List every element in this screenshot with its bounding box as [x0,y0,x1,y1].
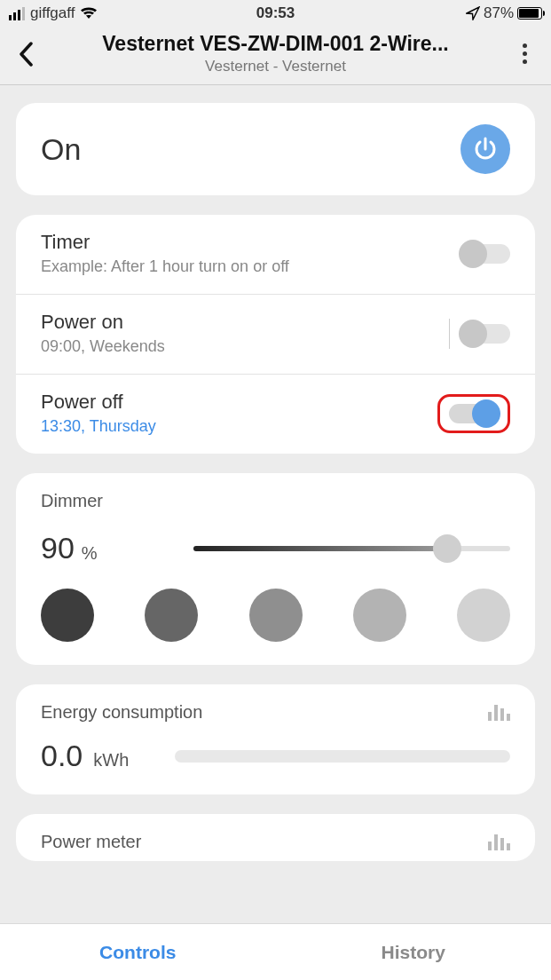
app-header: Vesternet VES-ZW-DIM-001 2-Wire... Veste… [0,27,551,85]
divider [449,319,450,349]
timer-row[interactable]: Timer Example: After 1 hour turn on or o… [16,215,535,295]
battery-pct: 87% [484,4,514,22]
dimmer-card: Dimmer 90 % [16,473,535,665]
page-title: Vesternet VES-ZW-DIM-001 2-Wire... [63,32,489,56]
tab-history[interactable]: History [276,924,552,980]
power-off-sub: 13:30, Thursday [41,417,156,436]
energy-card[interactable]: Energy consumption 0.0 kWh [16,684,535,794]
timer-title: Timer [41,231,289,254]
power-icon [472,136,499,162]
timer-sub: Example: After 1 hour turn on or off [41,257,289,276]
chart-icon [488,705,510,721]
status-bar: giffgaff 09:53 87% [0,0,551,27]
back-button[interactable] [9,36,44,72]
energy-value: 0.0 [41,739,83,773]
more-button[interactable] [507,36,542,72]
wifi-icon [80,7,98,20]
content-scroll[interactable]: On Timer Example: After 1 hour turn on o… [0,85,551,920]
dimmer-value: 90 [41,531,75,565]
carrier-label: giffgaff [30,4,75,22]
power-on-sub: 09:00, Weekends [41,337,165,356]
schedule-card: Timer Example: After 1 hour turn on or o… [16,215,535,454]
chart-icon [488,834,510,850]
energy-unit: kWh [93,750,129,771]
power-on-title: Power on [41,311,165,334]
highlight-annotation [437,394,510,433]
power-off-title: Power off [41,391,156,414]
more-vertical-icon [523,43,527,64]
tab-bar: Controls History [0,923,551,980]
power-meter-label: Power meter [41,832,141,852]
tab-controls[interactable]: Controls [0,924,276,980]
power-button[interactable] [460,124,510,174]
clock: 09:53 [256,4,295,22]
power-off-toggle[interactable] [449,404,499,423]
power-on-row[interactable]: Power on 09:00, Weekends [16,295,535,375]
battery-icon [517,7,542,20]
chevron-left-icon [19,42,35,67]
dimmer-preset-5[interactable] [457,589,510,642]
page-subtitle: Vesternet - Vesternet [44,58,507,75]
dimmer-slider[interactable] [193,534,510,563]
power-on-toggle[interactable] [460,324,510,344]
energy-bar [175,750,510,763]
dimmer-preset-2[interactable] [145,589,198,642]
energy-label: Energy consumption [41,702,202,723]
slider-knob[interactable] [433,534,461,563]
dimmer-label: Dimmer [41,491,510,511]
dimmer-preset-4[interactable] [353,589,406,642]
dimmer-presets [41,589,510,642]
slider-track [193,546,510,551]
power-state-label: On [41,132,81,167]
power-meter-card[interactable]: Power meter [16,814,535,861]
power-state-card: On [16,103,535,195]
power-off-row[interactable]: Power off 13:30, Thursday [16,375,535,454]
dimmer-preset-3[interactable] [249,589,303,642]
dimmer-unit: % [82,543,98,564]
timer-toggle[interactable] [460,244,510,264]
location-icon [466,6,480,20]
dimmer-preset-1[interactable] [41,589,94,642]
signal-icon [9,7,25,20]
